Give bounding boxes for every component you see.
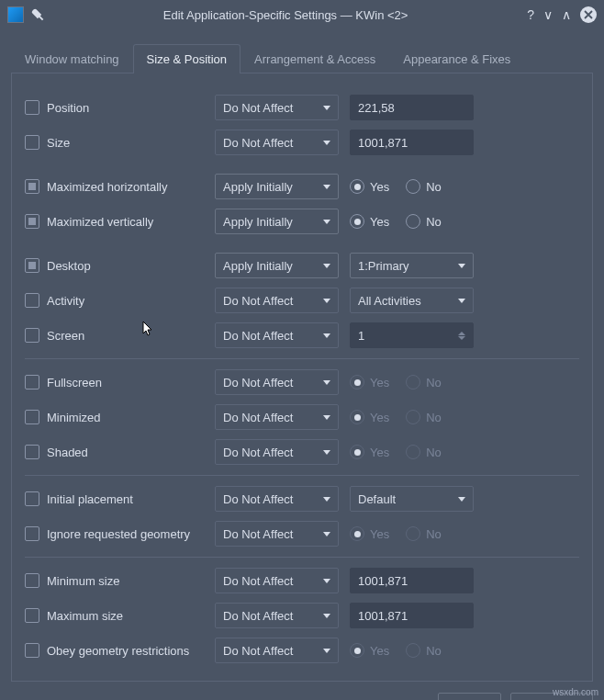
fullscreen-no-radio[interactable]: No xyxy=(406,375,442,390)
ok-button[interactable]: ✓OK xyxy=(438,693,501,700)
position-rule-combo[interactable]: Do Not Affect xyxy=(215,95,339,120)
obey-label: Obey geometry restrictions xyxy=(47,644,189,658)
maxh-yes-radio[interactable]: Yes xyxy=(350,179,389,194)
activity-value-combo[interactable]: All Activities xyxy=(350,288,474,313)
chevron-down-icon xyxy=(323,141,330,145)
activity-label: Activity xyxy=(47,294,84,308)
chevron-down-icon xyxy=(323,299,330,303)
obey-rule-combo[interactable]: Do Not Affect xyxy=(215,638,339,663)
shaded-yes-radio[interactable]: Yes xyxy=(350,445,389,459)
minsize-rule-combo[interactable]: Do Not Affect xyxy=(215,568,339,593)
activity-rule-combo[interactable]: Do Not Affect xyxy=(215,288,339,313)
minsize-value[interactable]: 1001,871 xyxy=(350,568,474,593)
window-title: Edit Application-Specific Settings — KWi… xyxy=(51,8,520,22)
tab-appearance-fixes[interactable]: Appearance & Fixes xyxy=(389,44,524,73)
desktop-rule-combo[interactable]: Apply Initially xyxy=(215,253,339,278)
divider xyxy=(25,475,579,476)
minimized-label: Minimized xyxy=(47,411,101,424)
chevron-down-icon xyxy=(323,220,330,224)
maxh-no-radio[interactable]: No xyxy=(406,179,442,194)
ignore-rule-combo[interactable]: Do Not Affect xyxy=(215,521,339,547)
maxv-label: Maximized vertically xyxy=(47,215,153,229)
maxsize-label: Maximum size xyxy=(47,609,123,623)
maxv-no-radio[interactable]: No xyxy=(406,214,442,229)
ignore-label: Ignore requested geometry xyxy=(47,527,190,541)
minimized-yes-radio[interactable]: Yes xyxy=(350,410,389,424)
placement-checkbox[interactable] xyxy=(25,491,39,506)
chevron-down-icon xyxy=(458,299,465,303)
chevron-down-icon xyxy=(323,532,330,536)
titlebar: Edit Application-Specific Settings — KWi… xyxy=(0,0,604,29)
maximize-icon[interactable]: ∧ xyxy=(562,7,571,22)
minimize-icon[interactable]: ∨ xyxy=(543,7,553,22)
help-icon[interactable]: ? xyxy=(527,7,534,22)
minimized-rule-combo[interactable]: Do Not Affect xyxy=(215,404,339,430)
minimized-checkbox[interactable] xyxy=(25,410,39,424)
desktop-checkbox[interactable] xyxy=(25,258,39,273)
obey-no-radio[interactable]: No xyxy=(406,643,442,658)
screen-spinner[interactable]: 1 xyxy=(350,322,474,348)
obey-checkbox[interactable] xyxy=(25,643,39,658)
fullscreen-checkbox[interactable] xyxy=(25,375,39,390)
screen-checkbox[interactable] xyxy=(25,328,39,343)
desktop-value-combo[interactable]: 1:Primary xyxy=(350,253,474,278)
placement-rule-combo[interactable]: Do Not Affect xyxy=(215,486,339,512)
size-rule-combo[interactable]: Do Not Affect xyxy=(215,130,339,155)
chevron-down-icon xyxy=(458,497,465,502)
app-icon xyxy=(7,6,24,23)
maxsize-value[interactable]: 1001,871 xyxy=(350,603,474,628)
fullscreen-label: Fullscreen xyxy=(47,376,102,390)
position-value[interactable]: 221,58 xyxy=(350,95,474,120)
ignore-yes-radio[interactable]: Yes xyxy=(350,526,389,541)
maxsize-checkbox[interactable] xyxy=(25,608,39,623)
size-value[interactable]: 1001,871 xyxy=(350,130,474,155)
watermark: wsxdn.com xyxy=(553,687,598,697)
minsize-checkbox[interactable] xyxy=(25,573,39,588)
close-icon[interactable] xyxy=(580,6,597,23)
tab-window-matching[interactable]: Window matching xyxy=(11,44,133,73)
ignore-no-radio[interactable]: No xyxy=(406,526,442,541)
activity-checkbox[interactable] xyxy=(25,293,39,308)
chevron-down-icon xyxy=(323,185,330,189)
chevron-down-icon xyxy=(323,106,330,110)
screen-label: Screen xyxy=(47,329,84,343)
size-checkbox[interactable] xyxy=(25,135,39,150)
shaded-label: Shaded xyxy=(47,446,88,459)
desktop-label: Desktop xyxy=(47,259,91,273)
fullscreen-yes-radio[interactable]: Yes xyxy=(350,375,389,390)
tab-arrangement-access[interactable]: Arrangement & Access xyxy=(240,44,389,73)
maxsize-rule-combo[interactable]: Do Not Affect xyxy=(215,603,339,628)
obey-yes-radio[interactable]: Yes xyxy=(350,643,389,658)
pin-icon[interactable] xyxy=(28,6,47,24)
tab-bar: Window matching Size & Position Arrangem… xyxy=(11,44,593,73)
chevron-down-icon xyxy=(323,333,330,338)
fullscreen-rule-combo[interactable]: Do Not Affect xyxy=(215,369,339,395)
maxv-rule-combo[interactable]: Apply Initially xyxy=(215,209,339,234)
chevron-down-icon xyxy=(323,415,330,420)
ignore-checkbox[interactable] xyxy=(25,526,39,541)
chevron-down-icon xyxy=(323,649,330,653)
chevron-down-icon xyxy=(458,264,465,268)
minimized-no-radio[interactable]: No xyxy=(406,410,442,424)
tab-size-position[interactable]: Size & Position xyxy=(133,44,240,73)
maxh-rule-combo[interactable]: Apply Initially xyxy=(215,174,339,199)
shaded-checkbox[interactable] xyxy=(25,445,39,459)
shaded-no-radio[interactable]: No xyxy=(406,445,442,459)
position-checkbox[interactable] xyxy=(25,100,39,115)
chevron-down-icon xyxy=(323,497,330,502)
chevron-down-icon xyxy=(323,614,330,618)
shaded-rule-combo[interactable]: Do Not Affect xyxy=(215,439,339,465)
chevron-down-icon xyxy=(323,380,330,385)
maxh-checkbox[interactable] xyxy=(25,179,39,194)
chevron-down-icon xyxy=(323,450,330,455)
maxh-label: Maximized horizontally xyxy=(47,180,168,194)
dialog-footer: ✓OK ⊘Cancel xyxy=(11,682,593,700)
screen-rule-combo[interactable]: Do Not Affect xyxy=(215,322,339,348)
minsize-label: Minimum size xyxy=(47,574,119,588)
placement-value-combo[interactable]: Default xyxy=(350,486,474,512)
size-label: Size xyxy=(47,136,70,150)
maxv-yes-radio[interactable]: Yes xyxy=(350,214,389,229)
maxv-checkbox[interactable] xyxy=(25,214,39,229)
divider xyxy=(25,358,579,359)
position-label: Position xyxy=(47,101,89,115)
